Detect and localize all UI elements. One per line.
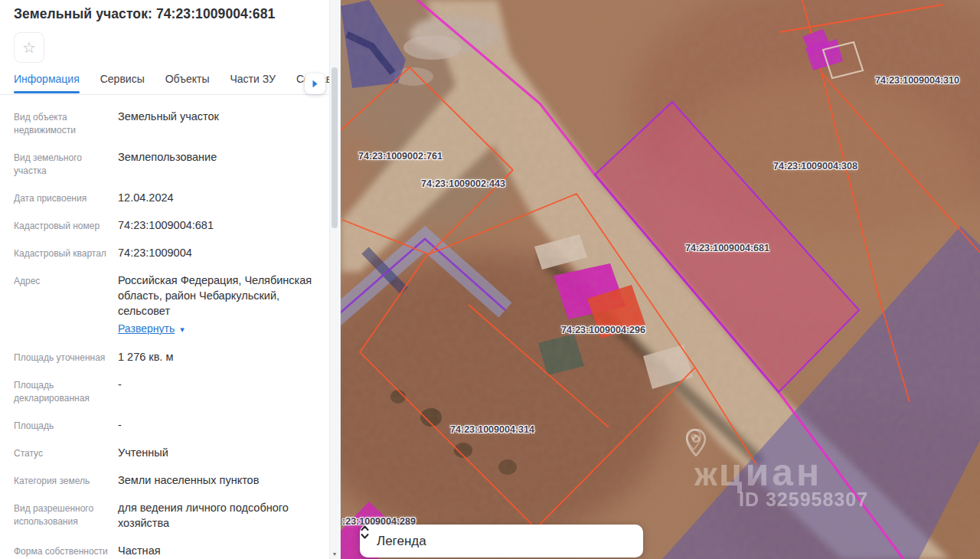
field-value: Землепользование [115, 149, 318, 178]
field-value: 74:23:1009004:681 [115, 217, 318, 233]
field-row: Кадастровый квартал74:23:1009004 [14, 245, 318, 260]
field-label: Вид земельного участка [14, 149, 115, 178]
field-value: Земли населенных пунктов [115, 472, 318, 488]
parcel-number-label: 74:23:1009004:308 [773, 161, 858, 172]
field-value: Учтенный [115, 445, 318, 460]
page-title: Земельный участок: 74:23:1009004:681 [14, 6, 320, 22]
field-value: 74:23:1009004 [115, 245, 318, 260]
field-value: 1 276 кв. м [115, 349, 318, 364]
map-canvas[interactable]: жциан ID 325958307 Легенда 74:23:1009002… [341, 0, 980, 559]
field-label: Вид объекта недвижимости [14, 109, 115, 137]
field-value: - [115, 377, 318, 405]
tab-bar-divider [0, 94, 341, 95]
field-label: Площадь уточненная [14, 349, 115, 364]
field-row: Вид земельного участкаЗемлепользование [14, 149, 318, 178]
field-row: Вид разрешенного использованиядля ведени… [14, 500, 318, 531]
field-label: Категория земель [14, 472, 115, 488]
field-value: Частная [115, 543, 318, 558]
cadastral-map-app: Земельный участок: 74:23:1009004:681 ☆ И… [0, 0, 980, 559]
address-expand-link[interactable]: Развернуть [118, 321, 175, 336]
parcel-number-label: 74:23:1009004:314 [450, 424, 534, 435]
chevron-up-down-icon [360, 525, 370, 540]
panel-scrollbar[interactable]: ▼ [329, 0, 339, 559]
field-row: Площадь уточненная1 276 кв. м [14, 349, 318, 364]
legend-dropdown[interactable]: Легенда [360, 525, 643, 557]
parcel-number-label: 74:23:1009004:296 [561, 325, 645, 335]
field-row: Дата присвоения12.04.2024 [14, 190, 318, 205]
field-row: Форма собственностиЧастная [14, 543, 318, 558]
tab-3[interactable]: Части ЗУ [230, 73, 275, 93]
field-value: для ведения личного подсобного хозяйства [115, 500, 318, 531]
chevron-right-icon [312, 80, 318, 88]
field-value: - [115, 417, 318, 433]
star-icon: ☆ [22, 40, 36, 55]
favorite-button[interactable]: ☆ [14, 32, 44, 63]
parcel-number-label: 74:23:1009004:310 [875, 75, 959, 86]
field-row: Кадастровый номер74:23:1009004:681 [14, 217, 318, 233]
parcel-number-label: 74:23:1009002:761 [358, 151, 443, 162]
parcel-number-label: 74:23:1009002:443 [421, 178, 505, 189]
field-row: АдресРоссийская Федерация, Челябинская о… [14, 273, 318, 337]
field-label: Дата присвоения [14, 190, 115, 205]
field-row: Площадь- [14, 417, 318, 433]
field-row: Вид объекта недвижимостиЗемельный участо… [14, 109, 318, 137]
tab-bar: ИнформацияСервисыОбъектыЧасти ЗУСостав [0, 72, 341, 95]
field-label: Форма собственности [14, 543, 115, 558]
field-value: Российская Федерация, Челябинская област… [115, 273, 318, 337]
field-label: Адрес [14, 273, 115, 337]
object-attributes-list: Вид объекта недвижимостиЗемельный участо… [14, 109, 318, 559]
legend-label: Легенда [377, 534, 426, 549]
field-label: Площадь [14, 417, 115, 433]
tab-info[interactable]: Информация [14, 73, 80, 93]
scrollbar-thumb[interactable] [332, 67, 338, 228]
object-info-panel: Земельный участок: 74:23:1009004:681 ☆ И… [0, 0, 341, 559]
field-label: Вид разрешенного использования [14, 500, 115, 531]
field-row: СтатусУчтенный [14, 445, 318, 460]
chevron-down-icon: ▾ [180, 322, 185, 337]
field-label: Кадастровый номер [14, 217, 115, 233]
field-label: Площадь декларированная [14, 377, 115, 405]
parcel-number-label: 74:23:1009004:681 [685, 243, 769, 253]
scrollbar-arrow-down-icon[interactable]: ▼ [330, 548, 339, 559]
tab-2[interactable]: Объекты [165, 73, 210, 93]
tab-1[interactable]: Сервисы [100, 73, 145, 93]
field-row: Площадь декларированная- [14, 377, 318, 405]
field-value: 12.04.2024 [115, 190, 318, 205]
field-label: Статус [14, 445, 115, 460]
field-row: Категория земельЗемли населенных пунктов [14, 472, 318, 488]
field-label: Кадастровый квартал [14, 245, 115, 260]
field-value: Земельный участок [115, 109, 318, 137]
tabs-scroll-right-button[interactable] [305, 74, 325, 94]
